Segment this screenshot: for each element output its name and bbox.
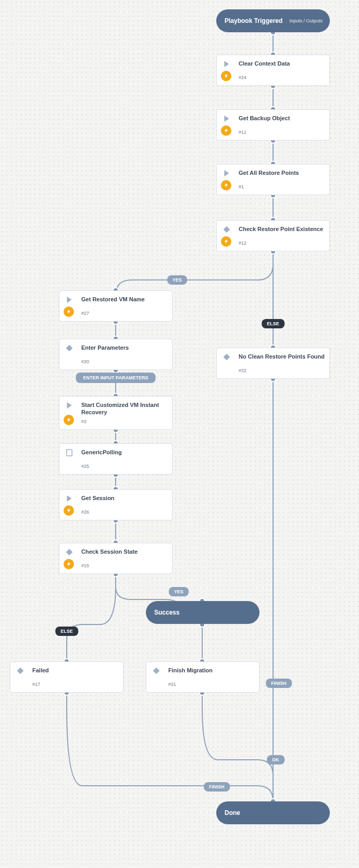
node-title: Check Session State	[81, 548, 168, 556]
bolt-icon	[221, 71, 231, 81]
node-hash: #22	[239, 368, 246, 373]
label-yes-2: YES	[169, 587, 189, 596]
node-hash: #25	[81, 464, 89, 469]
node-get-restore-points[interactable]: Get All Restore Points #1	[216, 164, 330, 195]
node-get-backup[interactable]: Get Backup Object #11	[216, 109, 330, 141]
diamond-icon	[222, 225, 231, 234]
node-title: Start Customized VM Instant Recovery	[81, 402, 168, 416]
diamond-icon	[16, 666, 25, 675]
svg-rect-31	[224, 354, 230, 361]
inputs-outputs-link[interactable]: Inputs / Outputs	[289, 18, 323, 23]
book-icon	[65, 448, 74, 457]
node-title: Get All Restore Points	[239, 170, 325, 177]
node-title: GenericPolling	[81, 449, 168, 456]
node-no-clean-points[interactable]: No Clean Restore Points Found #22	[216, 348, 330, 379]
chevron-icon	[222, 114, 231, 123]
node-title: Get Backup Object	[239, 115, 325, 122]
node-hash: #15	[81, 563, 89, 568]
done-node[interactable]: Done	[216, 801, 330, 824]
svg-rect-32	[66, 345, 73, 352]
svg-rect-34	[17, 668, 24, 674]
chevron-icon	[65, 494, 74, 503]
node-enter-parameters[interactable]: Enter Parameters #20	[59, 339, 172, 370]
bolt-icon	[221, 236, 231, 247]
start-node[interactable]: Playbook Triggered Inputs / Outputs	[216, 9, 330, 32]
node-hash: #11	[239, 130, 246, 135]
bolt-icon	[64, 307, 74, 317]
node-title: Get Session	[81, 495, 168, 502]
node-failed[interactable]: Failed #17	[10, 661, 123, 693]
node-title: Get Restored VM Name	[81, 296, 168, 303]
node-clear-context[interactable]: Clear Context Data #24	[216, 55, 330, 86]
diamond-icon	[222, 352, 231, 362]
svg-rect-30	[224, 226, 230, 233]
node-check-restore-point[interactable]: Check Restore Point Existence #12	[216, 220, 330, 251]
label-ok: OK	[267, 755, 284, 764]
bolt-icon	[64, 559, 74, 569]
label-finish: FINISH	[266, 679, 292, 688]
node-hash: #17	[32, 682, 40, 687]
svg-rect-35	[153, 668, 160, 674]
node-hash: #12	[239, 240, 246, 246]
diamond-icon	[65, 547, 74, 557]
label-else-2: ELSE	[55, 627, 78, 636]
node-hash: #20	[81, 359, 89, 364]
node-hash: #21	[168, 682, 176, 687]
node-get-vm-name[interactable]: Get Restored VM Name #27	[59, 290, 172, 322]
node-hash: #27	[81, 311, 89, 316]
chevron-icon	[222, 59, 231, 69]
node-generic-polling[interactable]: GenericPolling #25	[59, 443, 172, 475]
label-input-params: ENTER INPUT PARAMETERS	[76, 373, 156, 383]
node-get-session[interactable]: Get Session #26	[59, 489, 172, 520]
bolt-icon	[221, 180, 231, 190]
node-finish-migration[interactable]: Finish Migration #21	[146, 661, 259, 693]
success-title: Success	[154, 609, 180, 616]
bolt-icon	[64, 505, 74, 516]
label-finish-2: FINISH	[204, 782, 230, 792]
chevron-icon	[65, 401, 74, 410]
node-hash: #24	[239, 75, 246, 80]
node-title: Enter Parameters	[81, 344, 168, 352]
node-hash: #2	[81, 419, 86, 424]
done-title: Done	[225, 809, 240, 816]
node-title: Check Restore Point Existence	[239, 226, 325, 233]
success-node[interactable]: Success	[146, 601, 259, 624]
node-title: Failed	[32, 667, 119, 674]
node-hash: #1	[239, 184, 244, 189]
node-start-recovery[interactable]: Start Customized VM Instant Recovery #2	[59, 396, 172, 430]
label-yes: YES	[167, 275, 187, 285]
diamond-icon	[65, 343, 74, 353]
start-title: Playbook Triggered	[225, 17, 282, 24]
chevron-icon	[65, 295, 74, 304]
node-title: Finish Migration	[168, 667, 255, 674]
label-else: ELSE	[262, 319, 284, 328]
bolt-icon	[64, 415, 74, 425]
node-title: Clear Context Data	[239, 60, 325, 68]
node-title: No Clean Restore Points Found	[239, 353, 325, 361]
diamond-icon	[152, 666, 161, 675]
svg-rect-33	[66, 549, 73, 556]
node-check-session-state[interactable]: Check Session State #15	[59, 543, 172, 574]
node-hash: #26	[81, 509, 89, 515]
bolt-icon	[221, 125, 231, 136]
chevron-icon	[222, 169, 231, 178]
